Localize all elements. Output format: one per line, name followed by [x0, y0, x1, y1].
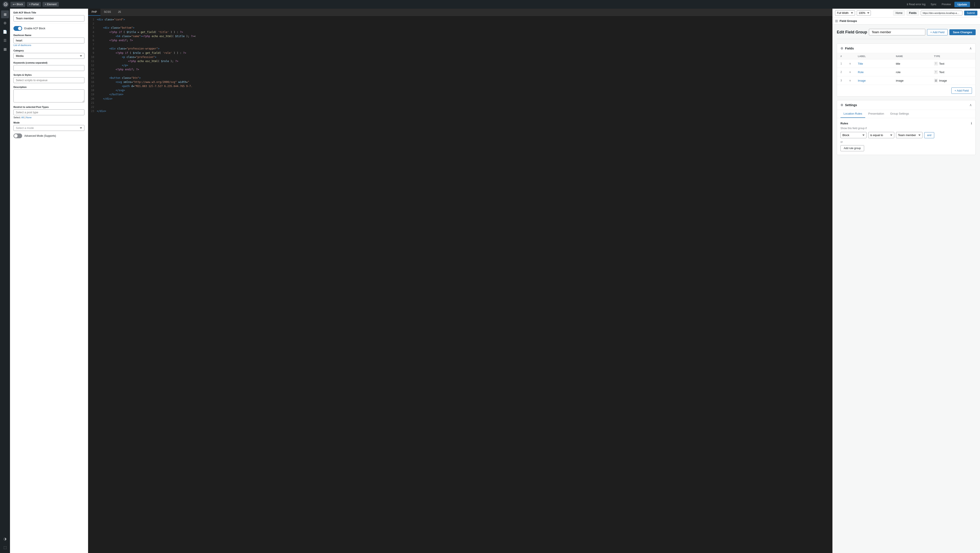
select-none-link[interactable]: None [26, 116, 32, 119]
dashicon-input[interactable] [13, 38, 84, 43]
mode-select[interactable]: Select a mode [13, 125, 84, 131]
preview-controls: Full Width 100% Home Fields Submit [832, 9, 980, 18]
left-panel-header: Edit ACF Block Title [10, 9, 88, 24]
left-panel: Edit ACF Block Title Enable ACF Block Da… [10, 9, 88, 553]
tab-group-settings[interactable]: Group Settings [887, 110, 912, 118]
keywords-label: Keywords (comma separated) [13, 61, 84, 64]
edit-field-group-title: Edit Field Group [837, 30, 867, 35]
nav-home[interactable]: Home [893, 10, 905, 16]
or-text: or [840, 140, 972, 143]
update-button[interactable]: Update [955, 2, 970, 7]
rules-title: Rules [840, 122, 848, 125]
title-label: Edit ACF Block Title [13, 11, 84, 14]
tab-presentation[interactable]: Presentation [865, 110, 887, 118]
preview-button[interactable]: Preview [940, 2, 953, 7]
show-if-label: Show this field group if [840, 127, 972, 130]
rule-condition-select[interactable]: is equal to [868, 132, 894, 138]
fields-table: # Label Name Type 1 ∨ Title title T [837, 53, 975, 84]
dashicon-field: Dashicon Name List of dashicons [13, 34, 84, 47]
submit-button[interactable]: Submit [964, 11, 977, 15]
field-label-role[interactable]: Role [858, 70, 896, 74]
select-links: Select: All | None [13, 116, 84, 119]
title-input[interactable] [13, 15, 84, 21]
code-editor-body[interactable]: 1<div class="card"> 2 3 <div class="bott… [88, 16, 832, 553]
add-field-button-top[interactable]: + Add Field [927, 29, 948, 35]
settings-body: Rules ℹ Show this field group if Block i… [837, 118, 975, 155]
tab-scss[interactable]: SCSS [100, 9, 115, 16]
group-name-input[interactable] [869, 29, 925, 35]
sync-button[interactable]: Sync [929, 2, 938, 7]
advanced-mode-row: Advanced Mode (Supports) [13, 134, 84, 138]
code-editor: PHP SCSS JS 1<div class="card"> 2 3 <div… [88, 9, 832, 553]
category-select[interactable]: Media [13, 53, 84, 59]
field-groups-label: Field Groups [840, 19, 857, 22]
text-type-icon-1: T [934, 62, 938, 65]
rules-info-icon[interactable]: ℹ [971, 121, 972, 125]
element-button[interactable]: + Element [43, 2, 59, 7]
keywords-input[interactable] [13, 65, 84, 71]
sidebar-icon-box[interactable]: ⬚ [1, 543, 9, 551]
field-label-image[interactable]: Image [858, 79, 896, 82]
keywords-field: Keywords (comma separated) [13, 61, 84, 71]
nav-fields[interactable]: Fields [907, 10, 919, 16]
sidebar-icons: ⊞ ⚙ 📄 ☰ ▦ ◑ ⬚ [0, 9, 10, 553]
field-type-3: 🖼 Image [934, 78, 972, 83]
image-type-icon: 🖼 [934, 78, 938, 83]
settings-collapse-button[interactable]: ∧ [969, 103, 972, 107]
code-tabs: PHP SCSS JS [88, 9, 832, 16]
select-all-link[interactable]: All [21, 116, 24, 119]
fields-card-footer: + Add Field [837, 84, 975, 96]
rule-value-select[interactable]: Team member [896, 132, 923, 138]
zoom-select[interactable]: 100% [857, 10, 871, 16]
fields-thead: # Label Name Type [837, 53, 975, 59]
advanced-mode-toggle[interactable] [13, 134, 22, 138]
sidebar-icon-circle[interactable]: ◑ [1, 535, 9, 543]
fields-gear-icon: ⚙ [840, 47, 843, 50]
rules-header: Rules ℹ [840, 121, 972, 125]
enable-acf-label: Enable ACF Block [24, 27, 45, 30]
tab-php[interactable]: PHP [88, 9, 100, 16]
row-chevron-1[interactable]: ∨ [849, 62, 858, 65]
scripts-field: Scripts & Styles [13, 73, 84, 83]
field-type-2: T Text [934, 70, 972, 74]
add-rule-group-button[interactable]: Add rule group [840, 145, 864, 151]
sidebar-icon-grid[interactable]: ▦ [1, 45, 9, 53]
fields-collapse-button[interactable]: ∧ [969, 46, 972, 50]
description-field: Description [13, 86, 84, 103]
and-button[interactable]: and [924, 132, 934, 138]
sidebar-icon-gear[interactable]: ⚙ [1, 19, 9, 27]
sidebar-icon-settings[interactable]: ⊞ [1, 10, 9, 18]
sidebar-icon-page[interactable]: 📄 [1, 28, 9, 36]
description-textarea[interactable] [13, 89, 84, 102]
partial-button[interactable]: + Partial [27, 2, 41, 7]
tab-location-rules[interactable]: Location Rules [840, 110, 865, 118]
more-options-button[interactable]: ⋮ [972, 2, 977, 7]
edit-field-group-header: Edit Field Group + Add Field Save Change… [837, 29, 976, 39]
mode-label: Mode [13, 121, 84, 124]
post-types-input[interactable] [13, 109, 84, 115]
dashicons-link[interactable]: List of dashicons [13, 44, 31, 46]
right-panel: Full Width 100% Home Fields Submit ⊞ Fie… [832, 9, 980, 553]
url-bar[interactable] [921, 11, 963, 15]
add-field-button-bottom[interactable]: + Add Field [951, 88, 972, 94]
field-label-title[interactable]: Title [858, 62, 896, 65]
save-changes-button[interactable]: Save Changes [950, 29, 976, 35]
error-log-button[interactable]: ℹ Read error log [905, 2, 927, 7]
field-type-1: T Text [934, 62, 972, 65]
category-field: Category Media [13, 49, 84, 59]
sidebar-icon-list[interactable]: ☰ [1, 37, 9, 44]
category-label: Category [13, 49, 84, 52]
row-chevron-3[interactable]: ∨ [849, 79, 858, 82]
field-groups-tabbar: ⊞ Field Groups [832, 18, 980, 24]
table-row: 1 ∨ Title title T Text [837, 59, 975, 68]
topbar: W + + Block + Partial + Element ℹ Read e… [0, 0, 980, 9]
preview-width-select[interactable]: Full Width [835, 10, 855, 16]
tab-js[interactable]: JS [115, 9, 124, 16]
scripts-input[interactable] [13, 77, 84, 83]
enable-acf-toggle[interactable] [13, 26, 22, 31]
row-chevron-2[interactable]: ∨ [849, 70, 858, 73]
field-groups-content: Edit Field Group + Add Field Save Change… [832, 24, 980, 163]
rule-block-select[interactable]: Block [840, 132, 867, 138]
left-panel-body: Enable ACF Block Dashicon Name List of d… [10, 24, 88, 553]
block-button[interactable]: + + Block [10, 2, 25, 7]
